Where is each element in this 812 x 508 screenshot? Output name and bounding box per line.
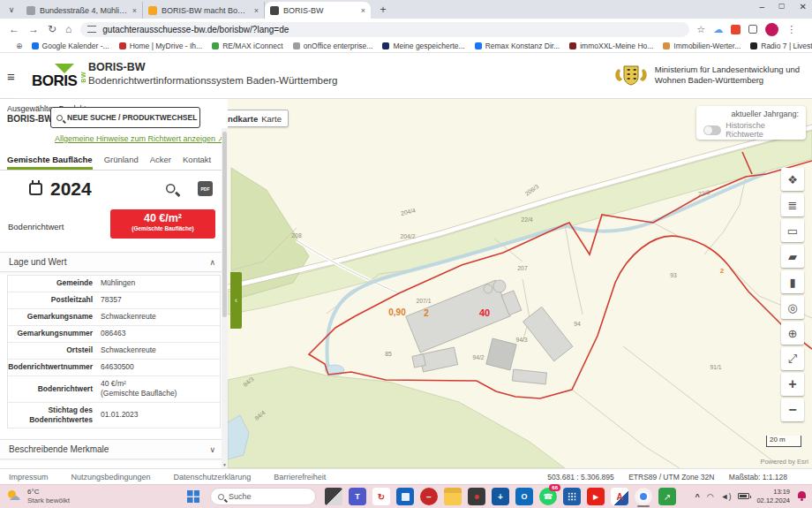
tab-close-icon[interactable]: × xyxy=(254,6,259,15)
map-parcel-label: 204/2 xyxy=(400,233,415,239)
media-icon[interactable] xyxy=(468,488,485,505)
footer-link-barrierefreiheit[interactable]: Barrierefreiheit xyxy=(274,473,326,481)
footer-link-impressum[interactable]: Impressum xyxy=(9,473,49,481)
tab-search-chevron-icon[interactable]: ∨ xyxy=(4,3,19,17)
extensions-puzzle-icon[interactable] xyxy=(748,25,757,34)
locate-icon[interactable]: ◎ xyxy=(781,296,804,319)
footer-link-datenschutz[interactable]: Datenschutzerklärung xyxy=(174,473,252,481)
outlook-icon[interactable]: O xyxy=(515,488,533,505)
tab-close-icon[interactable]: × xyxy=(132,6,137,15)
historic-values-toggle[interactable] xyxy=(703,125,721,135)
bookmark-item[interactable]: RE/MAX iConnect xyxy=(212,42,283,50)
bookmark-label: Immobilien-Werter... xyxy=(673,42,741,50)
volume-icon[interactable]: ◄) xyxy=(721,492,732,501)
wifi-icon[interactable]: ◠ xyxy=(707,492,714,501)
home-icon[interactable]: ⌂ xyxy=(65,23,71,35)
weather-icon: ☁ xyxy=(7,489,23,504)
taskbar-search[interactable]: Suche xyxy=(210,488,316,505)
new-tab-button[interactable]: + xyxy=(376,3,390,17)
weather-temp: 6°C xyxy=(27,488,39,496)
minimize-button[interactable]: – xyxy=(759,2,764,11)
legend-list-icon[interactable]: ≣ xyxy=(781,193,804,216)
remax-icon[interactable]: − xyxy=(420,488,438,505)
bookmark-item[interactable]: onOffice enterprise... xyxy=(293,42,373,50)
profile-avatar[interactable] xyxy=(765,23,778,36)
app-title-block: BORIS-BW Bodenrichtwertinformationssyste… xyxy=(88,61,338,86)
bookmark-item[interactable]: Remax Konstanz Dir... xyxy=(475,42,560,50)
tray-chevron-icon[interactable]: ^ xyxy=(695,492,699,501)
bookmark-item[interactable]: Home | MyDrive - Ih... xyxy=(119,42,203,50)
sync-icon[interactable]: ↻ xyxy=(372,488,390,505)
address-bar[interactable]: gutachterausschuesse-bw.de/borisbw/?lang… xyxy=(80,22,689,37)
red-extension-icon[interactable] xyxy=(731,25,741,34)
browser-tab[interactable]: BORIS-BW× xyxy=(265,2,371,19)
explorer-icon[interactable] xyxy=(444,488,462,505)
fullscreen-icon[interactable]: ⤢ xyxy=(781,347,804,370)
map-value-label[interactable]: 40 xyxy=(479,307,490,318)
footer-link-nutzungsbedingungen[interactable]: Nutzungsbedingungen xyxy=(71,473,151,481)
measure-icon[interactable]: ▭ xyxy=(781,219,804,242)
panel-tab-gr-nland[interactable]: Grünland xyxy=(104,155,139,170)
map-value-label[interactable]: 0,90 xyxy=(388,307,406,317)
hints-link[interactable]: Allgemeine Hinweise zum Richtwert anzeig… xyxy=(55,134,224,143)
layers-icon[interactable]: ❖ xyxy=(781,168,804,191)
bookmark-star-icon[interactable]: ☆ xyxy=(696,24,705,35)
teams-icon[interactable]: T xyxy=(349,488,366,505)
globe-icon[interactable]: ⊕ xyxy=(781,322,804,345)
notification-bell-icon[interactable] xyxy=(797,491,807,501)
basemap-icon[interactable]: ▰ xyxy=(781,245,804,268)
section-lage-und-wert[interactable]: Lage und Wert ∧ xyxy=(0,252,228,272)
bookmark-item[interactable]: Google Kalender -... xyxy=(32,42,109,50)
bookmark-item[interactable]: Immobilien-Werter... xyxy=(663,42,741,50)
zoom-out-icon[interactable]: − xyxy=(781,398,804,421)
panel-tab-acker[interactable]: Acker xyxy=(150,155,171,170)
map-value-label[interactable]: 2 xyxy=(720,267,725,275)
panel-search-icon[interactable] xyxy=(166,184,176,193)
map-value-label[interactable]: 2 xyxy=(424,308,429,318)
powered-by-esri[interactable]: Powered by Esri xyxy=(760,458,808,466)
browser-tab[interactable]: Bundesstraße 4, Mühlingen, D:× xyxy=(21,2,143,19)
blue-app-icon[interactable]: + xyxy=(492,488,509,505)
store-icon[interactable] xyxy=(396,488,414,505)
site-settings-icon[interactable] xyxy=(87,26,96,33)
hamburger-menu-icon[interactable]: ≡ xyxy=(7,69,15,84)
green-app-icon[interactable]: ↗ xyxy=(658,488,676,505)
whatsapp-icon[interactable]: ☎66 xyxy=(539,488,557,505)
tab-label: BORIS-BW xyxy=(283,6,357,15)
bookmark-item[interactable]: Radio 7 | Livestream... xyxy=(750,42,812,50)
row-value: Schwackenreute xyxy=(93,309,220,324)
taskbar-weather[interactable]: ☁ 6°C Stark bewölkt xyxy=(7,488,70,505)
back-icon[interactable]: ← xyxy=(9,23,19,35)
task-view-icon[interactable] xyxy=(325,488,342,505)
start-button[interactable] xyxy=(187,490,199,503)
tab-close-icon[interactable]: × xyxy=(361,6,365,15)
browser-menu-icon[interactable]: ⋮ xyxy=(786,24,796,35)
forward-icon[interactable]: → xyxy=(28,23,39,35)
pdf-export-icon[interactable]: PDF xyxy=(198,181,213,196)
new-search-button[interactable]: NEUE SUCHE / PRODUKTWECHSEL xyxy=(50,107,200,128)
panel-tab-gemischte-baufl-che[interactable]: Gemischte Baufläche xyxy=(7,155,93,170)
search-icon xyxy=(56,115,63,121)
scrollbar-thumb[interactable] xyxy=(222,132,227,317)
building-app-icon[interactable] xyxy=(563,488,581,505)
bookmark-item[interactable]: Meine gespeicherte... xyxy=(382,42,464,50)
panel-scrollbar[interactable]: ▼ xyxy=(222,128,228,468)
browser-tab[interactable]: BORIS-BW macht Bodenrichtw...× xyxy=(143,2,265,19)
taskbar-clock[interactable]: 13:1902.12.2024 xyxy=(756,488,790,505)
reload-icon[interactable]: ↻ xyxy=(48,23,56,35)
a-logo-icon[interactable]: A xyxy=(611,488,628,505)
zoom-in-icon[interactable]: + xyxy=(781,373,804,396)
scrollbar-down-arrow[interactable]: ▼ xyxy=(222,462,228,467)
section-beschreibende-merkmale[interactable]: Beschreibende Merkmale ∨ xyxy=(0,439,228,459)
cloud-extension-icon[interactable]: ☁ xyxy=(713,24,723,35)
globe-bookmark-icon[interactable]: ⊕ xyxy=(16,42,23,50)
panel-tab-kontakt[interactable]: Kontakt xyxy=(183,155,211,170)
bookmark-icon[interactable]: ▮ xyxy=(781,270,804,293)
close-window-button[interactable]: ✕ xyxy=(800,2,807,11)
youtube-icon[interactable]: ▶ xyxy=(587,488,605,505)
panel-collapse-handle[interactable]: ‹ xyxy=(230,272,242,329)
chrome-icon[interactable] xyxy=(635,488,652,505)
bookmark-item[interactable]: immoXXL-Meine Ho... xyxy=(569,42,653,50)
battery-icon[interactable] xyxy=(738,493,749,499)
maximize-button[interactable]: ▢ xyxy=(778,2,786,11)
